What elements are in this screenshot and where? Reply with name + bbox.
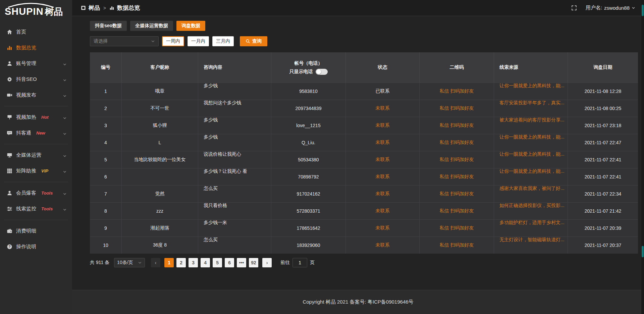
cell-source-link[interactable]: 如何正确选择投影仪，买投影... [494,202,568,219]
page-ellipsis-button[interactable]: ••• [237,258,246,267]
page-button-3[interactable]: 3 [189,258,198,267]
chevron-down-icon [63,115,67,119]
cell-qr-link[interactable]: 私信 扫码加好友 [420,83,494,100]
table-row: 1哦章多少钱9583810已联系私信 扫码加好友让你一眼就爱上的黑科技，能...… [90,83,638,100]
cell-source-link[interactable]: 多功能护栏灯，适用于乡村文... [494,219,568,237]
cell-source-link[interactable]: 无主灯设计，智能磁吸轨道灯... [494,237,568,254]
page-size-value: 10条/页 [117,260,133,266]
column-header-2: 咨询内容 [198,52,271,83]
cell-source-link[interactable]: 让你一眼就爱上的黑科技，能... [494,134,568,151]
cell-qr-link[interactable]: 私信 扫码加好友 [420,117,494,134]
breadcrumb-current: 数据总览 [117,4,140,12]
sidebar-item-video-publish[interactable]: 视频发布 [0,87,72,103]
cell-source-link[interactable]: 让你一眼就爱上的黑科技，能... [494,83,568,100]
cell-content: 多少钱 [198,83,271,100]
page-button-4[interactable]: 4 [201,258,210,267]
cell-content: 多少钱 [198,117,271,134]
tab-douyin-seo-data[interactable]: 抖音seo数据 [90,21,127,31]
cell-qr-link[interactable]: 私信 扫码加好友 [420,219,494,237]
tab-inquiry-data[interactable]: 询盘数据 [176,21,205,31]
cell-qr-link[interactable]: 私信 扫码加好友 [420,168,494,185]
sidebar-item-help[interactable]: ?操作说明 [0,239,72,255]
sidebar-item-video-heat[interactable]: 视频加热Hot [0,109,72,125]
cell-no: 3 [90,117,122,134]
goto-prefix: 前往 [280,260,290,266]
main-area: 树品 > 数据总览 用户名: zswodun88 [72,0,644,314]
inquiry-table: 编号客户昵称咨询内容帐号（电话）只显示电话状态二维码线索来源询盘日期 1哦章多少… [90,52,638,254]
sidebar-item-overview[interactable]: 数据总览 [0,40,72,56]
sidebar-item-member-burst[interactable]: 会员爆客Tools [0,185,72,201]
period-button-0[interactable]: 一周内 [162,36,184,46]
cell-no: 8 [90,202,122,219]
cell-date: 2021-11-08 00:25 [568,100,638,117]
page-button-1[interactable]: 1 [164,258,174,267]
sidebar-item-expense[interactable]: 消费明细 [0,223,72,239]
breadcrumb-root[interactable]: 树品 [89,4,100,12]
sidebar-item-home[interactable]: 首页 [0,24,72,40]
page-size-select[interactable]: 10条/页 [114,258,145,267]
select-placeholder: 请选择 [94,38,108,44]
wallet-icon [7,228,12,234]
tab-media-ops-data[interactable]: 全媒体运营数据 [130,21,173,31]
cell-source-link[interactable]: 被大家追着问的客厅投影分享... [494,117,568,134]
column-header-6: 线索来源 [494,52,568,83]
cell-qr-link[interactable]: 私信 扫码加好友 [420,185,494,202]
sidebar-item-matrix-boost[interactable]: 矩阵助推VIP [0,163,72,179]
cell-no: 5 [90,151,122,168]
video-icon [7,92,12,98]
cell-qr-link[interactable]: 私信 扫码加好友 [420,202,494,219]
page-button-2[interactable]: 2 [176,258,186,267]
phone-only-toggle[interactable] [316,69,328,75]
sidebar-item-label: 首页 [16,29,26,35]
query-button-label: 查询 [252,38,262,44]
chat-icon [7,130,12,136]
column-header-label: 线索来源 [499,64,518,70]
cell-qr-link[interactable]: 私信 扫码加好友 [420,237,494,254]
next-page-button[interactable]: › [262,258,272,267]
scrollbar-thumb[interactable] [642,5,644,16]
cell-source-link[interactable]: 让你一眼就爱上的黑科技，能... [494,168,568,185]
cell-nickname: 潮起潮落 [122,219,198,237]
page-button-5[interactable]: 5 [213,258,222,267]
cell-source-link[interactable]: 让你一眼就爱上的黑科技，能... [494,151,568,168]
cell-nickname: 不可一世 [122,100,198,117]
user-menu[interactable]: 用户名: zswodun88 [586,5,635,11]
table-body: 1哦章多少钱9583810已联系私信 扫码加好友让你一眼就爱上的黑科技，能...… [90,83,638,254]
page-button-6[interactable]: 6 [225,258,234,267]
page-button-92[interactable]: 92 [249,258,258,267]
column-header-label: 状态 [378,64,387,70]
cell-qr-link[interactable]: 私信 扫码加好友 [420,151,494,168]
column-header-4: 状态 [346,52,420,83]
page-buttons: 123456•••92 [164,258,258,267]
filter-row: 请选择 一周内一月内三月内 查询 [90,36,638,46]
sidebar-item-label: 抖客通 [16,130,31,136]
cell-status: 未联系 [346,202,420,219]
sidebar-item-media-ops[interactable]: 全媒体运营 [0,147,72,163]
goto-page: 前往 页 [280,258,315,267]
fullscreen-icon[interactable] [571,5,577,11]
sidebar-item-douyin-seo[interactable]: 抖音SEO [0,71,72,87]
table-header-row: 编号客户昵称咨询内容帐号（电话）只显示电话状态二维码线索来源询盘日期 [90,52,638,83]
cell-account: 183929060 [271,237,346,254]
scrollbar-thumb[interactable] [642,246,644,257]
page-scrollbar[interactable] [641,0,644,314]
prev-page-button[interactable]: ‹ [151,258,160,267]
period-button-2[interactable]: 三月内 [212,36,234,46]
query-button[interactable]: 查询 [240,36,267,46]
copyright-text: Copyright 树品 2021 备案号: 粤ICP备09019646号 [303,299,413,305]
cell-status: 未联系 [346,185,420,202]
cell-qr-link[interactable]: 私信 扫码加好友 [420,100,494,117]
sidebar-item-label: 视频加热 [16,114,36,120]
sidebar-item-clue-monitor[interactable]: 线索监控Tools [0,201,72,217]
cell-no: 10 [90,237,122,254]
cell-nickname: 狐小狸 [122,117,198,134]
account-select[interactable]: 请选择 [90,36,159,46]
table-row: 4L多少钱Q_Liu.未联系私信 扫码加好友让你一眼就爱上的黑科技，能...20… [90,134,638,151]
cell-source-link[interactable]: 客厅安装投影半年多了，真实... [494,100,568,117]
cell-source-link[interactable]: 感谢大家喜欢我家，被问了好... [494,185,568,202]
cell-qr-link[interactable]: 私信 扫码加好友 [420,134,494,151]
sidebar-item-doukezhong[interactable]: 抖客通New [0,125,72,141]
period-button-1[interactable]: 一月内 [187,36,209,46]
goto-page-input[interactable] [292,258,307,267]
sidebar-item-account[interactable]: 账号管理 [0,56,72,71]
